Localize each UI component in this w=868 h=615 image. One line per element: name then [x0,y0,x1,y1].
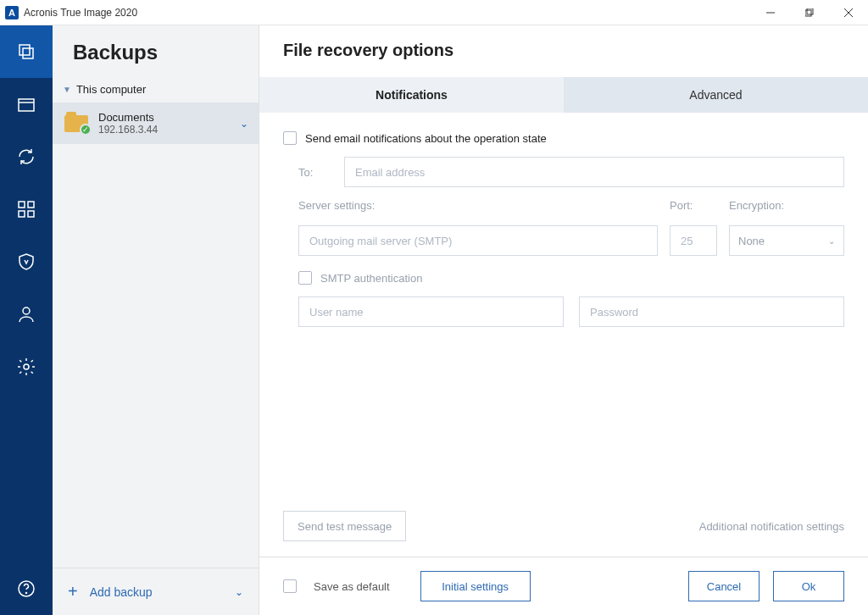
caret-down-icon: ▼ [63,85,71,94]
chevron-down-icon[interactable]: ⌄ [240,118,248,130]
sidebar: Backups ▼ This computer ✓ Documents 192.… [53,25,259,615]
backup-subtitle: 192.168.3.44 [98,124,240,136]
svg-rect-11 [19,211,25,217]
svg-rect-1 [805,10,811,16]
svg-rect-2 [807,8,813,14]
tabs: Notifications Advanced [259,77,868,113]
password-field[interactable] [579,296,844,327]
add-backup-button[interactable]: + Add backup ⌄ [53,568,259,615]
encryption-select[interactable]: None ⌄ [729,225,844,256]
svg-rect-6 [23,48,33,58]
svg-point-16 [26,593,27,594]
tree-this-computer[interactable]: ▼ This computer [53,76,259,102]
username-field[interactable] [298,296,564,327]
to-label: To: [298,166,332,179]
server-settings-label: Server settings: [298,199,658,212]
encryption-value: None [738,235,765,247]
tab-notifications[interactable]: Notifications [259,77,564,113]
smtp-field[interactable] [298,225,658,256]
app-icon: A [5,6,19,19]
svg-rect-12 [28,211,34,217]
sidebar-header: Backups [53,25,259,76]
svg-rect-5 [19,45,30,55]
svg-point-13 [23,308,30,314]
rail-sync-icon[interactable] [0,130,53,183]
chevron-down-icon: ⌄ [235,586,243,598]
smtp-auth-label: SMTP authentication [320,272,422,285]
email-field[interactable] [344,157,844,187]
plus-icon: + [68,582,78,601]
svg-point-14 [24,364,29,369]
svg-rect-7 [19,99,34,111]
additional-settings-link[interactable]: Additional notification settings [699,520,844,533]
footer-bar: Save as default Initial settings Cancel … [259,557,868,615]
rail-help-icon[interactable] [0,562,53,615]
save-default-label: Save as default [314,580,390,593]
save-default-checkbox[interactable] [283,579,297,593]
smtp-auth-checkbox[interactable] [298,271,312,285]
close-button[interactable] [829,0,868,25]
rail-settings-icon[interactable] [0,341,53,393]
nav-rail [0,25,53,615]
backup-name: Documents [98,111,240,124]
rail-protection-icon[interactable] [0,235,53,288]
titlebar: A Acronis True Image 2020 [0,0,868,25]
send-email-checkbox[interactable] [283,131,297,145]
page-title: File recovery options [259,25,868,77]
add-backup-label: Add backup [90,585,153,599]
content-area: Send email notifications about the opera… [259,113,868,511]
check-badge-icon: ✓ [80,124,92,136]
tab-advanced[interactable]: Advanced [564,77,868,113]
rail-account-icon[interactable] [0,288,53,341]
main-panel: File recovery options Notifications Adva… [259,25,868,615]
initial-settings-button[interactable]: Initial settings [420,571,531,601]
folder-icon: ✓ [64,115,88,132]
window-controls [751,0,868,25]
svg-rect-10 [28,202,34,208]
port-label: Port: [670,199,717,212]
encryption-label: Encryption: [729,199,844,212]
maximize-button[interactable] [790,0,829,25]
minimize-button[interactable] [751,0,790,25]
port-field[interactable] [670,225,717,256]
window-title: Acronis True Image 2020 [24,7,751,19]
ok-button[interactable]: Ok [773,571,844,601]
backup-item-documents[interactable]: ✓ Documents 192.168.3.44 ⌄ [53,102,259,144]
send-test-button[interactable]: Send test message [283,511,406,541]
tree-label: This computer [76,83,146,96]
svg-rect-9 [19,202,25,208]
rail-archive-icon[interactable] [0,78,53,130]
send-email-label: Send email notifications about the opera… [305,132,547,145]
chevron-down-icon: ⌄ [828,236,835,246]
rail-backup-icon[interactable] [0,25,53,78]
cancel-button[interactable]: Cancel [688,571,760,601]
rail-tools-icon[interactable] [0,183,53,235]
